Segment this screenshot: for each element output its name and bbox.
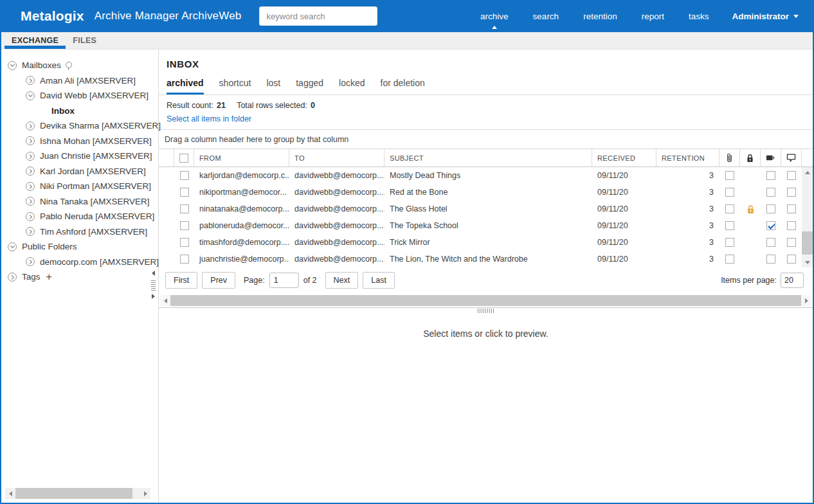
comment-checkbox[interactable] [787,204,796,213]
column-header-lock[interactable] [740,149,761,166]
collapse-icon[interactable] [26,227,35,236]
column-header-retention[interactable]: RETENTION [656,149,719,166]
expand-icon[interactable] [8,61,17,70]
sidebar-splitter-handle[interactable] [150,271,156,302]
splitter-grip[interactable] [478,309,494,313]
comment-checkbox[interactable] [787,221,796,230]
nav-tasks[interactable]: tasks [687,9,710,24]
table-row[interactable]: juanchristie@democorp.... davidwebb@demo… [159,251,802,267]
tag-checkbox[interactable] [766,255,775,264]
row-checkbox[interactable] [180,221,189,230]
tree-item-mailboxes[interactable]: Mailboxes [1,58,158,73]
nav-archive[interactable]: archive [479,9,510,24]
collapse-icon[interactable] [26,136,35,145]
tree-item-karl-jordan[interactable]: Karl Jordan [AMXSERVER] [1,164,158,179]
scroll-left-button[interactable] [160,295,170,306]
attachment-checkbox[interactable] [725,171,734,180]
collapse-icon[interactable] [26,76,35,85]
tab-for-deletion[interactable]: for deletion [381,78,425,94]
tab-archived[interactable]: archived [167,78,204,94]
tree-item-juan-christie[interactable]: Juan Christie [AMXSERVER] [1,148,158,164]
tree-item-inbox[interactable]: Inbox [1,104,158,119]
collapse-icon[interactable] [26,257,35,266]
nav-search[interactable]: search [532,9,561,24]
attachment-checkbox[interactable] [725,255,734,264]
comment-checkbox[interactable] [787,238,796,247]
expand-icon[interactable] [8,242,17,251]
tag-checkbox[interactable] [766,204,775,213]
tree-item-tim-ashford[interactable]: Tim Ashford [AMXSERVER] [1,224,158,240]
table-row[interactable]: karljordan@democorp.c... davidwebb@democ… [159,167,802,184]
collapse-icon[interactable] [26,166,35,176]
collapse-icon[interactable] [26,182,35,191]
tag-checkbox[interactable] [766,188,775,197]
preview-splitter-handle[interactable] [159,307,813,313]
tree-item-devika-sharma[interactable]: Devika Sharma [AMXSERVER] [1,118,158,134]
row-checkbox[interactable] [180,188,189,197]
tree-item-pablo-neruda[interactable]: Pablo Neruda [AMXSERVER] [1,209,158,224]
scrollbar-thumb[interactable] [170,295,801,306]
comment-checkbox[interactable] [787,171,796,180]
column-header-subject[interactable]: SUBJECT [384,149,592,166]
scrollbar-thumb[interactable] [802,231,813,255]
add-tag-icon[interactable]: + [46,272,52,282]
collapse-icon[interactable] [8,273,17,282]
tab-tagged[interactable]: tagged [296,78,323,94]
tag-checkbox[interactable] [766,221,775,230]
grid-horizontal-scrollbar[interactable] [160,295,811,306]
row-checkbox[interactable] [180,238,189,247]
select-all-items-link[interactable]: Select all items in folder [167,114,805,123]
tree-item-david-webb[interactable]: David Webb [AMXSERVER] [1,88,158,104]
collapse-icon[interactable] [26,212,35,221]
tab-shortcut[interactable]: shortcut [219,78,251,94]
splitter-grip[interactable] [151,279,156,291]
table-row[interactable]: pabloneruda@democor... davidwebb@democor… [159,217,802,234]
user-menu[interactable]: Administrator [732,12,799,21]
scroll-right-button[interactable] [140,488,150,499]
tree-item-nina-tanaka[interactable]: Nina Tanaka [AMXSERVER] [1,194,158,210]
next-page-button[interactable]: Next [325,272,359,289]
tab-files[interactable]: FILES [66,32,104,49]
collapse-icon[interactable] [26,122,35,130]
comment-checkbox[interactable] [787,188,796,197]
nav-retention[interactable]: retention [582,9,619,24]
tree-item-ishna-mohan[interactable]: Ishna Mohan [AMXSERVER] [1,134,158,149]
select-all-checkbox-header[interactable] [174,149,194,166]
attachment-checkbox[interactable] [725,204,734,213]
keyword-search-input[interactable] [259,6,377,26]
table-row[interactable]: nikiportman@democor... davidwebb@democor… [159,184,802,201]
attachment-checkbox[interactable] [725,238,734,247]
header-checkbox[interactable] [179,154,188,163]
last-page-button[interactable]: Last [363,272,395,289]
column-header-tag[interactable] [761,149,781,166]
first-page-button[interactable]: First [165,272,197,289]
tree-item-democorp[interactable]: democorp.com [AMXSERVER] [1,255,158,270]
scrollbar-thumb[interactable] [15,488,132,499]
column-header-received[interactable]: RECEIVED [592,149,656,166]
tree-item-aman-ali[interactable]: Aman Ali [AMXSERVER] [1,73,158,89]
tree-item-tags[interactable]: Tags + [1,269,158,285]
column-header-attachment[interactable] [719,149,740,166]
grid-vertical-scrollbar[interactable] [802,167,813,267]
pin-icon[interactable] [66,61,71,70]
prev-page-button[interactable]: Prev [202,272,235,289]
row-checkbox[interactable] [180,204,189,213]
sidebar-horizontal-scrollbar[interactable] [5,488,150,499]
tag-checkbox[interactable] [766,171,775,180]
expand-right-icon[interactable] [152,294,155,299]
group-by-bar[interactable]: Drag a column header here to group by th… [159,130,813,149]
tree-item-niki-portman[interactable]: Niki Portman [AMXSERVER] [1,179,158,194]
table-row[interactable]: ninatanaka@democorp.... davidwebb@democo… [159,201,802,217]
tab-lost[interactable]: lost [266,78,280,94]
column-header-comment[interactable] [781,149,802,166]
tab-exchange[interactable]: EXCHANGE [5,32,66,49]
attachment-checkbox[interactable] [725,221,734,230]
row-checkbox[interactable] [180,171,189,180]
items-per-page-input[interactable] [781,273,804,288]
tab-locked[interactable]: locked [339,78,365,94]
tree-item-public-folders[interactable]: Public Folders [1,239,158,255]
comment-checkbox[interactable] [787,255,796,264]
scroll-up-button[interactable] [802,167,813,177]
scroll-right-button[interactable] [801,295,811,306]
nav-report[interactable]: report [640,9,665,24]
